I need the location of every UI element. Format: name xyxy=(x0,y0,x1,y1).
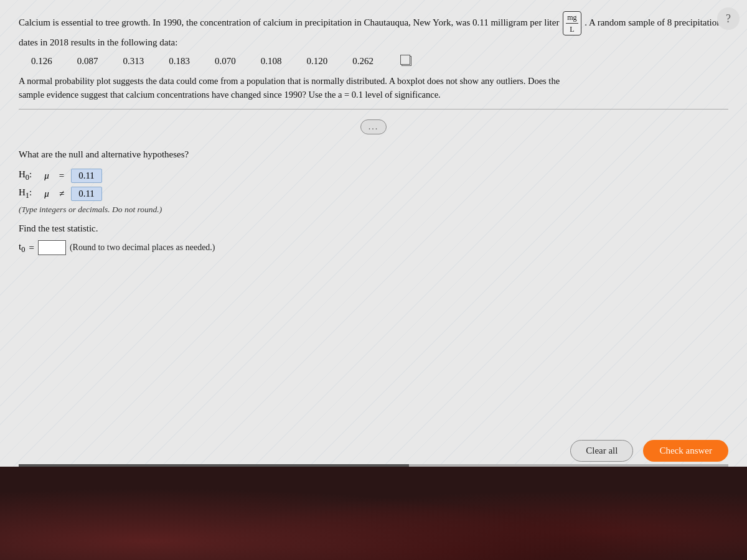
data-val-1: 0.126 xyxy=(31,56,52,67)
intro-text: Calcium is essential to tree growth. In … xyxy=(19,17,559,27)
data-row: 0.126 0.087 0.313 0.183 0.070 0.108 0.12… xyxy=(31,56,728,67)
h1-value: 0.11 xyxy=(71,187,102,201)
h0-row: H0: μ = 0.11 xyxy=(19,169,728,183)
h1-row: H1: μ ≠ 0.11 xyxy=(19,187,728,201)
problem-intro: Calcium is essential to tree growth. In … xyxy=(19,11,728,50)
t0-sub: 0 xyxy=(21,245,25,254)
h0-mu: μ xyxy=(41,170,52,181)
data-val-3: 0.313 xyxy=(123,56,144,67)
t0-input[interactable] xyxy=(38,240,66,255)
h0-value: 0.11 xyxy=(71,169,102,183)
footer-area xyxy=(0,467,747,560)
t0-equals: = xyxy=(29,243,34,253)
button-area: Clear all Check answer xyxy=(570,440,728,462)
hypothesis-hint: (Type integers or decimals. Do not round… xyxy=(19,205,728,215)
data-val-4: 0.183 xyxy=(169,56,190,67)
find-statistic-label: Find the test statistic. xyxy=(19,223,728,234)
h1-label: H1: xyxy=(19,187,37,200)
normal-line1: A normal probability plot suggests the d… xyxy=(19,76,560,86)
normal-line2: sample evidence suggest that calcium con… xyxy=(19,90,441,100)
data-val-6: 0.108 xyxy=(261,56,282,67)
h0-operator: = xyxy=(56,170,67,181)
question-section: What are the null and alternative hypoth… xyxy=(19,143,728,261)
unit-bottom: L xyxy=(566,24,578,35)
h1-sub: 1 xyxy=(26,191,29,200)
main-content: ? Calcium is essential to tree growth. I… xyxy=(0,0,747,473)
help-icon[interactable]: ? xyxy=(717,7,740,30)
divider xyxy=(19,109,728,110)
unit-fraction: mg L xyxy=(563,11,581,35)
unit-top: mg xyxy=(566,12,578,24)
data-val-5: 0.070 xyxy=(215,56,236,67)
h1-mu: μ xyxy=(41,189,52,199)
normal-text: A normal probability plot suggests the d… xyxy=(19,74,728,102)
dots-label: ... xyxy=(369,122,379,132)
copy-icon[interactable] xyxy=(402,56,411,66)
data-val-7: 0.120 xyxy=(307,56,328,67)
h1-operator: ≠ xyxy=(56,189,67,199)
data-val-8: 0.262 xyxy=(352,56,374,67)
round-hint: (Round to two decimal places as needed.) xyxy=(70,243,215,253)
clear-all-button[interactable]: Clear all xyxy=(570,440,633,462)
h0-sub: 0 xyxy=(26,173,29,182)
h0-label: H0: xyxy=(19,169,37,182)
check-answer-button[interactable]: Check answer xyxy=(643,440,728,462)
statistic-row: t0 = (Round to two decimal places as nee… xyxy=(19,240,728,255)
data-val-2: 0.087 xyxy=(77,56,98,67)
t0-label: t0 xyxy=(19,241,25,254)
question-title: What are the null and alternative hypoth… xyxy=(19,149,728,160)
expand-button[interactable]: ... xyxy=(360,119,387,134)
